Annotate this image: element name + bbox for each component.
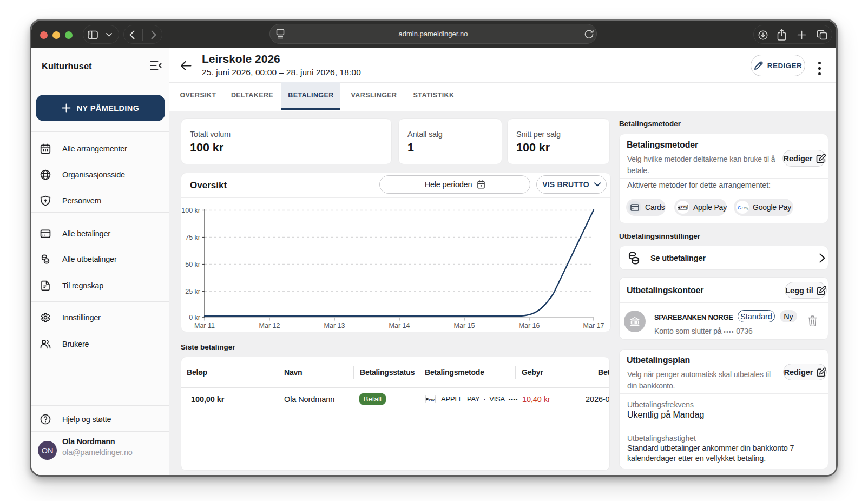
- svg-text:Mar 17: Mar 17: [583, 322, 604, 329]
- svg-text:Mar 16: Mar 16: [519, 322, 540, 329]
- svg-text:75 kr: 75 kr: [185, 234, 200, 241]
- svg-text:G: G: [738, 205, 741, 210]
- svg-text:50 kr: 50 kr: [185, 261, 200, 268]
- svg-text:Mar 15: Mar 15: [454, 322, 475, 329]
- svg-text:100 kr: 100 kr: [181, 207, 200, 214]
- svg-text:Mar 12: Mar 12: [259, 322, 280, 329]
- svg-text:Mar 13: Mar 13: [324, 322, 345, 329]
- svg-text:Pay: Pay: [681, 205, 688, 209]
- svg-text:Pay: Pay: [741, 205, 747, 209]
- svg-text:0 kr: 0 kr: [189, 314, 200, 321]
- svg-text:Mar 11: Mar 11: [194, 322, 215, 329]
- svg-text:25 kr: 25 kr: [185, 288, 200, 295]
- svg-text:Mar 14: Mar 14: [389, 322, 410, 329]
- svg-text:Pay: Pay: [429, 397, 435, 401]
